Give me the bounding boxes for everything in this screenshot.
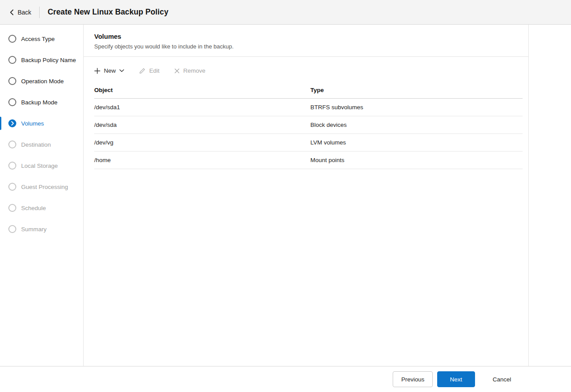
wizard-footer: Previous Next Cancel	[0, 366, 571, 392]
sidebar-item-operation-mode[interactable]: Operation Mode	[0, 70, 83, 92]
panel-title: Volumes	[94, 33, 518, 40]
volumes-table: Object Type /dev/sda1 BTRFS subvolumes /…	[94, 83, 523, 169]
pencil-icon	[139, 67, 146, 74]
sidebar-item-guest-processing: Guest Processing	[0, 176, 83, 197]
table-row[interactable]: /dev/sda Block devices	[94, 116, 523, 134]
step-circle-icon	[8, 162, 16, 170]
cell-type: Mount points	[310, 157, 523, 163]
cell-type: BTRFS subvolumes	[310, 104, 523, 111]
next-button[interactable]: Next	[437, 371, 475, 387]
content-right-spacer	[529, 25, 571, 366]
topbar-divider	[39, 7, 40, 18]
sidebar-item-label: Backup Policy Name	[21, 57, 76, 63]
new-button[interactable]: New	[94, 67, 124, 75]
step-current-chevron-icon	[8, 119, 16, 127]
sidebar-item-summary: Summary	[0, 218, 83, 240]
step-circle-icon	[8, 35, 16, 43]
remove-button[interactable]: Remove	[174, 67, 205, 75]
step-circle-icon	[8, 56, 16, 64]
cell-type: LVM volumes	[310, 139, 523, 146]
main-content: Volumes Specify objects you would like t…	[84, 25, 571, 366]
cell-object: /dev/sda1	[94, 104, 310, 111]
edit-button[interactable]: Edit	[139, 67, 159, 75]
step-circle-icon	[8, 225, 16, 233]
x-icon	[174, 68, 180, 74]
column-header-object: Object	[94, 87, 310, 93]
table-row[interactable]: /dev/sda1 BTRFS subvolumes	[94, 99, 523, 116]
step-circle-icon	[8, 141, 16, 148]
sidebar-item-local-storage: Local Storage	[0, 155, 83, 176]
cell-object: /dev/vg	[94, 139, 310, 146]
sidebar-item-label: Backup Mode	[21, 99, 58, 106]
sidebar-item-label: Operation Mode	[21, 78, 64, 85]
previous-button[interactable]: Previous	[393, 371, 433, 387]
back-button[interactable]: Back	[8, 6, 33, 18]
sidebar-item-backup-policy-name[interactable]: Backup Policy Name	[0, 49, 83, 70]
sidebar-item-volumes[interactable]: Volumes	[0, 113, 83, 134]
sidebar-item-label: Destination	[21, 141, 51, 148]
remove-button-label: Remove	[183, 67, 205, 74]
wizard-steps-sidebar: Access Type Backup Policy Name Operation…	[0, 25, 84, 366]
sidebar-item-backup-mode[interactable]: Backup Mode	[0, 92, 83, 113]
volumes-panel: Volumes Specify objects you would like t…	[84, 25, 529, 366]
volumes-toolbar: New Edit	[84, 57, 528, 81]
create-backup-policy-wizard: Back Create New Linux Backup Policy Acce…	[0, 0, 571, 392]
chevron-down-icon	[119, 69, 124, 72]
page-title: Create New Linux Backup Policy	[48, 7, 168, 17]
layout: Access Type Backup Policy Name Operation…	[0, 25, 571, 366]
cell-object: /home	[94, 157, 310, 163]
sidebar-item-access-type[interactable]: Access Type	[0, 28, 83, 49]
plus-icon	[94, 68, 100, 74]
panel-subtitle: Specify objects you would like to includ…	[94, 43, 518, 50]
panel-header: Volumes Specify objects you would like t…	[84, 25, 528, 57]
sidebar-item-label: Schedule	[21, 205, 46, 211]
table-row[interactable]: /dev/vg LVM volumes	[94, 134, 523, 152]
table-header-row: Object Type	[94, 83, 523, 99]
cancel-button[interactable]: Cancel	[483, 371, 521, 387]
back-label: Back	[18, 9, 31, 16]
sidebar-item-schedule: Schedule	[0, 197, 83, 218]
edit-button-label: Edit	[149, 67, 159, 74]
step-circle-icon	[8, 183, 16, 191]
new-button-label: New	[104, 67, 116, 74]
cell-type: Block devices	[310, 122, 523, 128]
sidebar-item-label: Summary	[21, 226, 47, 233]
cell-object: /dev/sda	[94, 122, 310, 128]
chevron-left-icon	[10, 9, 14, 15]
sidebar-item-label: Volumes	[21, 120, 44, 127]
topbar: Back Create New Linux Backup Policy	[0, 0, 571, 25]
column-header-type: Type	[310, 87, 523, 93]
sidebar-item-label: Guest Processing	[21, 184, 68, 190]
step-circle-icon	[8, 204, 16, 212]
step-circle-icon	[8, 77, 16, 85]
sidebar-item-label: Access Type	[21, 36, 55, 42]
sidebar-item-label: Local Storage	[21, 163, 58, 169]
sidebar-item-destination: Destination	[0, 134, 83, 155]
table-row[interactable]: /home Mount points	[94, 152, 523, 169]
step-circle-icon	[8, 98, 16, 106]
